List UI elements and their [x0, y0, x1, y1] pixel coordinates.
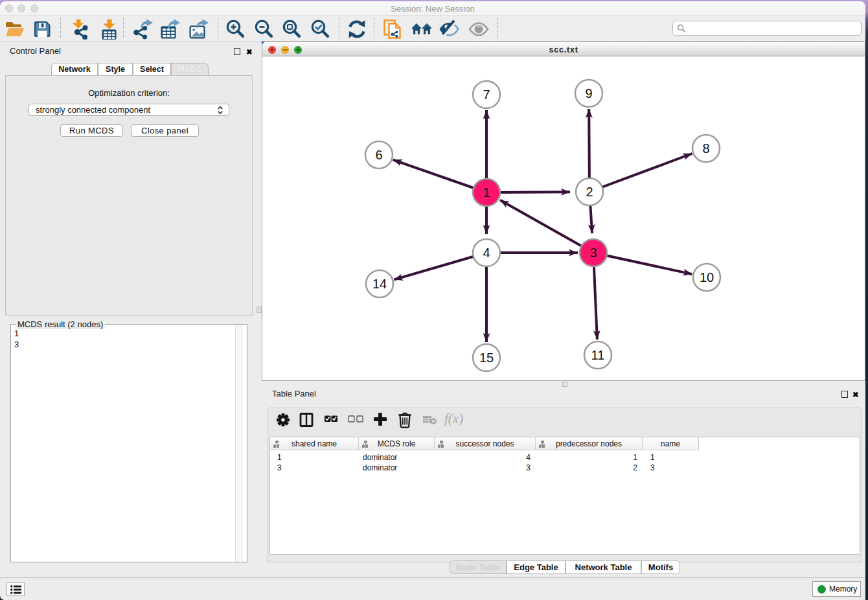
svg-text:10: 10 — [700, 270, 714, 284]
svg-text:6: 6 — [375, 148, 382, 162]
svg-text:14: 14 — [372, 277, 387, 291]
svg-text:15: 15 — [479, 351, 494, 365]
svg-text:2: 2 — [586, 185, 593, 199]
svg-text:3: 3 — [589, 246, 597, 260]
svg-text:7: 7 — [483, 87, 490, 102]
svg-text:9: 9 — [585, 86, 592, 100]
svg-text:11: 11 — [591, 348, 605, 362]
svg-text:1: 1 — [483, 185, 490, 200]
svg-text:8: 8 — [702, 141, 709, 156]
svg-text:4: 4 — [483, 246, 490, 260]
